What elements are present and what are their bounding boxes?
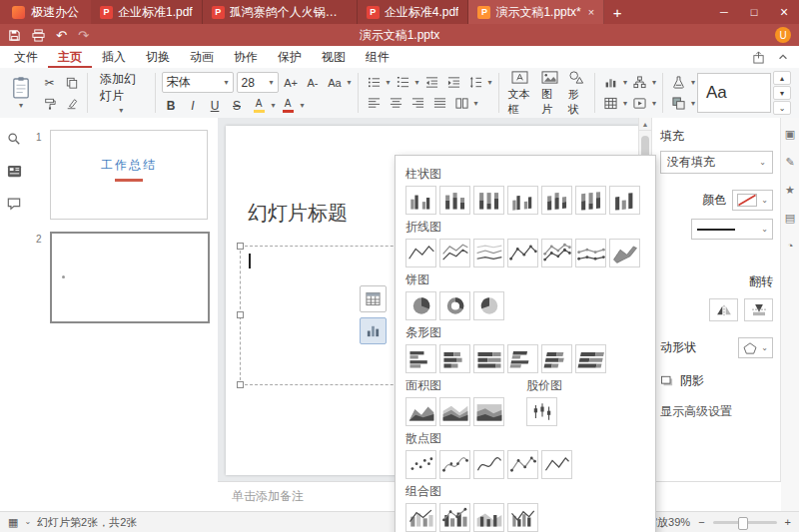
chart-type-stacked-column-icon[interactable]	[439, 186, 470, 215]
insert-chart-placeholder-button[interactable]	[360, 317, 387, 344]
change-case-button[interactable]: Aa	[326, 74, 345, 91]
font-color-button[interactable]: A	[279, 97, 298, 114]
chart-type-3d-stacked-bar-100-icon[interactable]	[575, 344, 606, 373]
chart-type-stacked-bar-icon[interactable]	[439, 344, 470, 373]
menu-file[interactable]: 文件	[4, 46, 48, 68]
paste-button[interactable]: ▾	[4, 74, 38, 112]
align-left-icon[interactable]	[365, 95, 384, 112]
picture-button[interactable]: 图片	[536, 70, 563, 117]
text-box-button[interactable]: 文本框	[503, 70, 536, 117]
grow-font-button[interactable]: A+	[282, 74, 301, 91]
add-slide-button[interactable]: 添加幻灯片 ▾	[92, 69, 151, 117]
chart-type-stacked-line-100-icon[interactable]	[473, 239, 504, 267]
handle-bottom-left[interactable]	[237, 381, 244, 388]
slide-title-text[interactable]: 幻灯片标题	[248, 200, 348, 227]
insert-chart-icon[interactable]	[601, 74, 620, 91]
collapse-ribbon-icon[interactable]	[777, 51, 789, 63]
chart-type-3d-column-icon[interactable]	[609, 186, 640, 215]
zoom-in-icon[interactable]: +	[785, 516, 791, 528]
chart-type-line-icon[interactable]	[405, 239, 436, 267]
gallery-scroll-up-icon[interactable]: ▴	[773, 71, 791, 85]
numbered-list-icon[interactable]	[394, 74, 412, 91]
underline-button[interactable]: U	[206, 97, 225, 114]
document-tab-1[interactable]: P 企业标准1.pdf	[91, 0, 203, 24]
chart-type-pie-of-pie-icon[interactable]	[473, 291, 504, 320]
save-icon[interactable]	[8, 29, 21, 42]
style-panel-icon[interactable]: ✎	[785, 156, 794, 169]
chart-type-scatter-smooth-icon[interactable]	[473, 450, 504, 479]
menu-protect[interactable]: 保护	[268, 46, 312, 68]
smart-graphic-icon[interactable]	[630, 74, 649, 91]
bullet-list-icon[interactable]	[365, 74, 384, 91]
search-icon[interactable]	[7, 132, 21, 146]
print-icon[interactable]	[32, 29, 45, 42]
tab-close-icon[interactable]: ×	[588, 6, 594, 18]
redo-icon[interactable]: ↷	[78, 28, 89, 43]
menu-view[interactable]: 视图	[312, 46, 356, 68]
align-center-icon[interactable]	[387, 95, 405, 112]
chart-type-combo-area-column-icon[interactable]	[473, 503, 504, 532]
comment-icon[interactable]	[7, 197, 21, 211]
slides-panel-icon[interactable]	[7, 164, 22, 179]
insert-media-icon[interactable]	[630, 95, 649, 112]
document-tab-active[interactable]: P 演示文稿1.pptx* ×	[468, 0, 604, 24]
chart-type-stacked-bar-100-icon[interactable]	[473, 344, 504, 373]
share-icon[interactable]	[752, 51, 765, 64]
clear-format-icon[interactable]	[62, 95, 81, 112]
bold-button[interactable]: B	[162, 97, 181, 114]
insert-table-placeholder-button[interactable]	[360, 285, 387, 312]
chart-type-3d-stacked-column-100-icon[interactable]	[575, 186, 606, 215]
line-spacing-icon[interactable]	[466, 74, 485, 91]
shadow-label[interactable]: 阴影	[680, 372, 704, 389]
animation-panel-icon[interactable]: ★	[785, 184, 795, 197]
chart-type-3d-line-icon[interactable]	[609, 239, 640, 267]
chart-type-combo-column-line-markers-icon[interactable]	[439, 503, 470, 532]
chart-type-stock-icon[interactable]	[526, 397, 557, 426]
chart-type-stacked-column-100-icon[interactable]	[473, 186, 504, 215]
zoom-slider-thumb[interactable]	[738, 517, 748, 530]
selection-panel-icon[interactable]: ▤	[785, 212, 795, 225]
handle-top-left[interactable]	[237, 243, 244, 250]
insert-table-icon[interactable]	[601, 95, 620, 112]
smart-features-icon[interactable]	[669, 74, 688, 91]
chart-type-scatter-straight-markers-icon[interactable]	[507, 450, 538, 479]
chart-type-doughnut-icon[interactable]	[439, 291, 470, 320]
strikethrough-button[interactable]: S	[228, 97, 247, 114]
chart-type-stacked-line-icon[interactable]	[439, 239, 470, 267]
chart-type-stacked-line-100-markers-icon[interactable]	[575, 239, 606, 267]
highlight-color-button[interactable]: A	[250, 97, 269, 114]
chart-type-3d-clustered-column-icon[interactable]	[507, 186, 538, 215]
chart-type-scatter-icon[interactable]	[405, 450, 436, 479]
maximize-button[interactable]: □	[739, 0, 769, 24]
close-button[interactable]: ×	[769, 0, 799, 24]
document-tab-3[interactable]: P 企业标准4.pdf	[358, 0, 469, 24]
help-panel-icon[interactable]: ◔	[787, 240, 794, 252]
menu-insert[interactable]: 插入	[92, 46, 136, 68]
document-tab-2[interactable]: P 孤鸿寨鸽个人火锅地方...	[203, 0, 358, 24]
font-name-select[interactable]: 宋体 ▾	[162, 72, 234, 93]
menu-animations[interactable]: 动画	[180, 46, 224, 68]
shapes-button[interactable]: 形状	[563, 70, 590, 117]
columns-icon[interactable]	[452, 95, 471, 112]
undo-icon[interactable]: ↶	[56, 28, 67, 43]
gallery-more-icon[interactable]: ⌄	[773, 101, 791, 115]
arrange-icon[interactable]	[669, 95, 688, 112]
slide-grid-icon[interactable]: ▦	[8, 516, 18, 529]
chart-type-pie-icon[interactable]	[405, 291, 436, 320]
menu-components[interactable]: 组件	[356, 46, 400, 68]
menu-transitions[interactable]: 切换	[136, 46, 180, 68]
handle-mid-left[interactable]	[237, 311, 244, 318]
shrink-font-button[interactable]: A-	[304, 74, 323, 91]
italic-button[interactable]: I	[184, 97, 203, 114]
chart-type-area-icon[interactable]	[405, 397, 436, 426]
chart-type-combo-column-line-icon[interactable]	[405, 503, 436, 532]
line-color-select[interactable]: ⌄	[732, 190, 773, 211]
chart-type-line-markers-icon[interactable]	[507, 239, 538, 267]
properties-panel-icon[interactable]: ▣	[785, 128, 795, 141]
style-gallery-sample[interactable]: Aa	[697, 73, 771, 113]
copy-icon[interactable]	[62, 74, 81, 91]
menu-collaborate[interactable]: 协作	[224, 46, 268, 68]
change-shape-button[interactable]: ⌄	[738, 337, 773, 358]
chart-type-clustered-bar-icon[interactable]	[405, 344, 436, 373]
line-style-select[interactable]: ⌄	[691, 219, 773, 240]
